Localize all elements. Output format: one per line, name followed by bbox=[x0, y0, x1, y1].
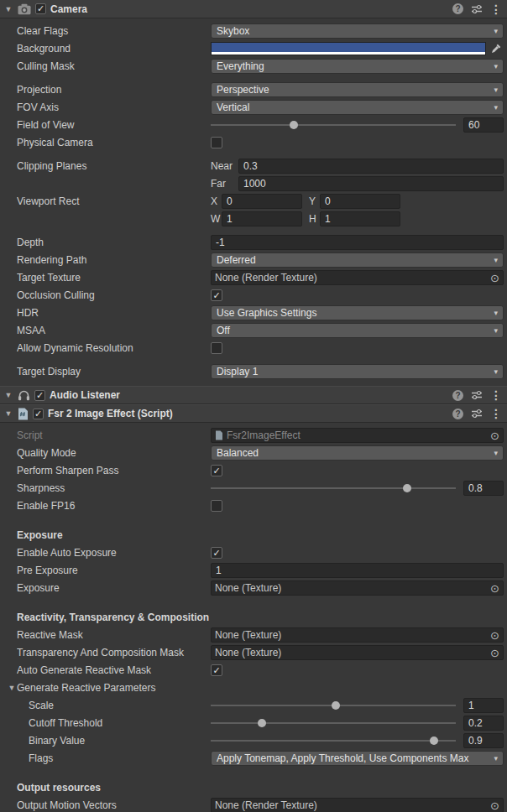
foldout-open-icon[interactable]: ▼ bbox=[3, 409, 13, 418]
script-field[interactable]: Fsr2ImageEffect ⊙ bbox=[211, 428, 504, 443]
fov-axis-row: FOV Axis Vertical ▾ bbox=[0, 99, 504, 116]
object-picker-icon[interactable]: ⊙ bbox=[490, 430, 499, 441]
eyedropper-icon[interactable] bbox=[489, 42, 504, 55]
transparency-mask-field[interactable]: None (Texture) ⊙ bbox=[211, 645, 504, 660]
fov-axis-dropdown[interactable]: Vertical ▾ bbox=[211, 100, 504, 115]
exposure-field[interactable]: None (Texture) ⊙ bbox=[211, 580, 504, 596]
presets-icon[interactable] bbox=[471, 409, 483, 419]
quality-mode-dropdown[interactable]: Balanced ▾ bbox=[211, 445, 504, 461]
auto-generate-reactive-mask-checkbox[interactable]: ✓ bbox=[211, 664, 222, 676]
object-picker-icon[interactable]: ⊙ bbox=[490, 648, 499, 658]
enable-fp16-checkbox[interactable] bbox=[211, 500, 222, 512]
allow-dynamic-resolution-label: Allow Dynamic Resolution bbox=[17, 342, 211, 354]
object-picker-icon[interactable]: ⊙ bbox=[490, 630, 499, 641]
field-of-view-slider[interactable] bbox=[211, 117, 456, 133]
sharpness-slider[interactable] bbox=[211, 481, 456, 496]
slider-track bbox=[211, 124, 456, 126]
cutoff-threshold-row: Cutoff Threshold 0.2 bbox=[0, 715, 504, 731]
target-texture-row: Target Texture None (Render Texture) ⊙ bbox=[0, 269, 504, 286]
foldout-open-icon[interactable]: ▼ bbox=[3, 391, 13, 399]
target-display-dropdown[interactable]: Display 1 ▾ bbox=[211, 364, 504, 379]
viewport-y-field[interactable]: 0 bbox=[320, 194, 400, 209]
flags-row: Flags Apply Tonemap, Apply Threshold, Us… bbox=[0, 750, 504, 767]
sharpness-value[interactable]: 0.8 bbox=[463, 481, 504, 496]
script-page-icon bbox=[215, 430, 223, 440]
fsr2-enabled-checkbox[interactable]: ✓ bbox=[33, 409, 44, 419]
projection-label: Projection bbox=[17, 84, 211, 96]
y-label: Y bbox=[309, 195, 320, 207]
field-of-view-row: Field of View 60 bbox=[0, 117, 504, 133]
reactive-mask-field[interactable]: None (Texture) ⊙ bbox=[211, 627, 504, 643]
dropdown-arrow-icon: ▾ bbox=[494, 86, 498, 94]
kebab-menu-icon[interactable]: ⋮ bbox=[490, 389, 502, 401]
target-texture-field[interactable]: None (Render Texture) ⊙ bbox=[211, 270, 504, 285]
slider-track bbox=[211, 487, 456, 489]
binary-value-value[interactable]: 0.9 bbox=[463, 733, 504, 748]
audio-listener-component-header[interactable]: ▼ ✓ Audio Listener ? ⋮ bbox=[0, 386, 507, 404]
slider-handle[interactable] bbox=[290, 121, 298, 129]
object-picker-icon[interactable]: ⊙ bbox=[490, 583, 499, 594]
transparency-mask-row: Transparency And Composition Mask None (… bbox=[0, 644, 504, 661]
dropdown-arrow-icon: ▾ bbox=[494, 754, 498, 763]
kebab-menu-icon[interactable]: ⋮ bbox=[490, 3, 502, 15]
fsr2-component-header[interactable]: ▼ ✓ Fsr 2 Image Effect (Script) ? ⋮ bbox=[0, 404, 507, 423]
background-color-field[interactable] bbox=[211, 42, 486, 55]
background-row: Background bbox=[0, 40, 504, 57]
presets-icon[interactable] bbox=[471, 4, 483, 14]
slider-handle[interactable] bbox=[403, 484, 411, 492]
kebab-menu-icon[interactable]: ⋮ bbox=[490, 408, 502, 419]
dropdown-arrow-icon: ▾ bbox=[494, 309, 498, 317]
clipping-near-field[interactable]: 0.3 bbox=[238, 159, 504, 174]
allow-dynamic-resolution-checkbox[interactable] bbox=[211, 342, 222, 354]
clipping-planes-far-row: Far 1000 bbox=[0, 175, 504, 192]
cutoff-threshold-label: Cutoff Threshold bbox=[17, 717, 211, 729]
viewport-x-field[interactable]: 0 bbox=[222, 194, 302, 209]
auto-generate-reactive-mask-label: Auto Generate Reactive Mask bbox=[17, 664, 211, 676]
reactive-mask-row: Reactive Mask None (Texture) ⊙ bbox=[0, 627, 504, 643]
scale-value[interactable]: 1 bbox=[463, 698, 504, 713]
viewport-h-field[interactable]: 1 bbox=[320, 211, 400, 226]
rendering-path-dropdown[interactable]: Deferred ▾ bbox=[211, 252, 504, 268]
perform-sharpen-pass-checkbox[interactable]: ✓ bbox=[211, 465, 222, 476]
depth-label: Depth bbox=[17, 237, 211, 248]
slider-handle[interactable] bbox=[258, 719, 266, 727]
cutoff-threshold-value[interactable]: 0.2 bbox=[463, 716, 504, 731]
enable-auto-exposure-checkbox[interactable]: ✓ bbox=[211, 547, 222, 559]
slider-handle[interactable] bbox=[332, 701, 340, 710]
foldout-open-icon[interactable]: ▼ bbox=[3, 5, 13, 13]
output-motion-vectors-field[interactable]: None (Render Texture) ⊙ bbox=[211, 798, 504, 812]
camera-enabled-checkbox[interactable]: ✓ bbox=[35, 3, 46, 14]
target-display-row: Target Display Display 1 ▾ bbox=[0, 363, 504, 380]
audio-listener-enabled-checkbox[interactable]: ✓ bbox=[34, 390, 45, 401]
msaa-dropdown[interactable]: Off ▾ bbox=[211, 323, 504, 338]
occlusion-culling-checkbox[interactable]: ✓ bbox=[211, 289, 222, 301]
help-icon[interactable]: ? bbox=[452, 390, 463, 401]
foldout-open-icon[interactable]: ▼ bbox=[7, 684, 17, 692]
component-title: Camera bbox=[50, 3, 87, 15]
generate-reactive-parameters-label[interactable]: Generate Reactive Parameters bbox=[17, 682, 211, 694]
object-picker-icon[interactable]: ⊙ bbox=[490, 273, 499, 284]
viewport-w-field[interactable]: 1 bbox=[222, 211, 302, 226]
help-icon[interactable]: ? bbox=[452, 409, 463, 419]
binary-value-slider[interactable] bbox=[211, 733, 456, 748]
clipping-far-field[interactable]: 1000 bbox=[238, 176, 504, 191]
field-of-view-value[interactable]: 60 bbox=[463, 117, 504, 133]
presets-icon[interactable] bbox=[471, 390, 483, 400]
slider-handle[interactable] bbox=[430, 737, 438, 745]
help-icon[interactable]: ? bbox=[452, 3, 463, 14]
culling-mask-dropdown[interactable]: Everything ▾ bbox=[211, 59, 504, 74]
pre-exposure-field[interactable]: 1 bbox=[211, 563, 504, 578]
physical-camera-checkbox[interactable] bbox=[211, 137, 222, 148]
scale-slider[interactable] bbox=[211, 698, 456, 713]
projection-dropdown[interactable]: Perspective ▾ bbox=[211, 82, 504, 97]
physical-camera-label: Physical Camera bbox=[17, 137, 211, 148]
hdr-dropdown[interactable]: Use Graphics Settings ▾ bbox=[211, 305, 504, 320]
depth-field[interactable]: -1 bbox=[211, 235, 504, 250]
object-picker-icon[interactable]: ⊙ bbox=[490, 800, 499, 811]
cutoff-threshold-slider[interactable] bbox=[211, 716, 456, 731]
scale-row: Scale 1 bbox=[0, 697, 504, 714]
unity-inspector: ▼ ✓ Camera ? ⋮ Clear Fl bbox=[0, 0, 507, 812]
flags-dropdown[interactable]: Apply Tonemap, Apply Threshold, Use Comp… bbox=[211, 751, 504, 766]
clear-flags-dropdown[interactable]: Skybox ▾ bbox=[211, 23, 504, 39]
camera-component-header[interactable]: ▼ ✓ Camera ? ⋮ bbox=[0, 0, 507, 18]
